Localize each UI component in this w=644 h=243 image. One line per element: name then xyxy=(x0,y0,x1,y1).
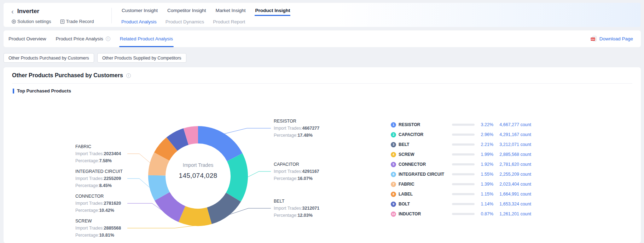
donut-chart: Import Trades 145,074,028 RESISTORImport… xyxy=(4,95,641,243)
toolbar-tabs: Product OverviewProduct Price AnalysisiR… xyxy=(8,30,173,47)
donut-center: Import Trades 145,074,028 xyxy=(164,162,232,180)
callout-import-trades: Import Trades:2885568 xyxy=(75,225,121,232)
section-accent-bar xyxy=(13,89,14,94)
rank-row-screw[interactable]: 4SCREW1.99%2,885,568 count xyxy=(391,149,531,159)
header-link-solution-settings[interactable]: Solution settings xyxy=(11,19,51,24)
donut-segment-screw[interactable] xyxy=(182,214,209,217)
rank-row-label[interactable]: 8LABEL1.15%1,664,991 count xyxy=(391,189,531,199)
pdf-icon: PDF xyxy=(590,36,597,42)
target-icon xyxy=(11,19,16,24)
callout-percentage: Percentage:17.48% xyxy=(274,132,319,139)
info-icon[interactable]: i xyxy=(126,73,131,78)
rank-count-value: 1,664,991 count xyxy=(493,192,531,197)
callout-product-name: SCREW xyxy=(75,217,121,225)
rank-row-belt[interactable]: 3BELT2.21%3,212,071 count xyxy=(391,140,531,149)
rank-badge: 9 xyxy=(391,202,396,207)
donut-segment-bolt[interactable] xyxy=(172,137,186,144)
callout-product-name: BELT xyxy=(274,198,319,205)
rank-progress-bar xyxy=(452,134,475,136)
tab-market-insight[interactable]: Market Insight xyxy=(215,3,246,16)
section-title: Top Purchased Products xyxy=(17,88,71,94)
ranked-product-list: 1RESISTOR3.22%4,667,277 count2CAPACITOR2… xyxy=(391,120,531,219)
donut-segment-resistor[interactable] xyxy=(198,135,235,157)
donut-segment-belt[interactable] xyxy=(209,197,233,216)
donut-center-label: Import Trades xyxy=(164,162,232,168)
rank-product-name: SCREW xyxy=(399,152,452,157)
callout-fabric: FABRICImport Trades:2023404Percentage:7.… xyxy=(75,143,121,164)
donut-segment-inductor[interactable] xyxy=(186,135,198,137)
tab-customer-insight[interactable]: Customer Insight xyxy=(121,3,158,16)
subtab-product-report[interactable]: Product Report xyxy=(213,19,245,24)
back-icon[interactable]: ‹ xyxy=(11,7,14,15)
rank-badge: 8 xyxy=(391,192,396,197)
callout-product-name: FABRIC xyxy=(75,143,121,150)
toolbar-tab-related-product-analysis[interactable]: Related Product Analysis xyxy=(120,30,173,47)
filter-button-other-products-supplied-by-competitors[interactable]: Other Products Supplied by Competitors xyxy=(97,53,186,63)
insight-tabs: Customer InsightCompetitor InsightMarket… xyxy=(121,3,290,16)
tab-product-insight[interactable]: Product Insight xyxy=(255,3,290,16)
callout-percentage: Percentage:10.81% xyxy=(75,232,121,239)
rank-badge: 3 xyxy=(391,142,396,147)
page: ‹ Inverter Solution settingsTrade Record… xyxy=(0,0,644,243)
rank-product-name: INTEGRATED CIRCUIT xyxy=(399,172,452,177)
rank-share-percent: 1.92% xyxy=(475,162,493,167)
rank-row-resistor[interactable]: 1RESISTOR3.22%4,667,277 count xyxy=(391,120,531,130)
rank-count-value: 3,212,071 count xyxy=(493,142,531,147)
rank-badge: 1 xyxy=(391,122,396,128)
rank-badge: 5 xyxy=(391,162,396,167)
callout-product-name: RESISTOR xyxy=(274,118,319,125)
donut-segment-fabric[interactable] xyxy=(157,157,162,175)
callout-import-trades: Import Trades:2023404 xyxy=(75,150,121,157)
rank-row-fabric[interactable]: 7FABRIC1.39%2,023,404 count xyxy=(391,179,531,189)
rank-progress-bar xyxy=(452,153,475,156)
panel-title: Other Products Purchased by Customers xyxy=(12,72,123,79)
subtab-product-dynamics[interactable]: Product Dynamics xyxy=(166,19,204,24)
rank-product-name: INDUCTOR xyxy=(399,211,452,216)
donut-segment-integrated-circuit[interactable] xyxy=(157,175,162,196)
leader-line-capacitor xyxy=(248,171,271,177)
tab-competitor-insight[interactable]: Competitor Insight xyxy=(167,3,207,16)
toolbar-tab-product-overview[interactable]: Product Overview xyxy=(8,30,46,47)
rank-row-capacitor[interactable]: 2CAPACITOR2.96%4,291,167 count xyxy=(391,130,531,140)
callout-product-name: CAPACITOR xyxy=(274,161,319,168)
header-link-label: Solution settings xyxy=(17,19,51,24)
callout-connector: CONNECTORImport Trades:2781620Percentage… xyxy=(75,193,121,214)
callout-percentage: Percentage:10.42% xyxy=(75,207,121,214)
rank-badge: 4 xyxy=(391,152,396,157)
toolbar-tab-product-price-analysis[interactable]: Product Price Analysisi xyxy=(56,30,110,47)
callout-percentage: Percentage:7.58% xyxy=(75,157,121,164)
donut-segment-label[interactable] xyxy=(162,144,172,157)
rank-count-value: 2,781,620 count xyxy=(493,162,531,167)
rank-row-inductor[interactable]: 10INDUCTOR0.87%1,261,201 count xyxy=(391,209,531,219)
rank-count-value: 2,023,404 count xyxy=(493,182,531,187)
rank-count-value: 4,667,277 count xyxy=(493,122,531,127)
rank-product-name: FABRIC xyxy=(399,182,452,187)
main-panel: Other Products Purchased by Customers i … xyxy=(4,67,641,243)
rank-row-connector[interactable]: 5CONNECTOR1.92%2,781,620 count xyxy=(391,159,531,169)
rank-count-value: 4,291,167 count xyxy=(493,132,531,137)
rank-product-name: LABEL xyxy=(399,192,452,197)
rank-row-bolt[interactable]: 9BOLT1.14%1,653,324 count xyxy=(391,199,531,209)
toolbar-tab-label: Product Overview xyxy=(8,36,46,41)
callout-import-trades: Import Trades:2781620 xyxy=(75,200,121,207)
filter-button-other-products-purchased-by-customers[interactable]: Other Products Purchased by Customers xyxy=(4,53,94,63)
rank-row-integrated-circuit[interactable]: 6INTEGRATED CIRCUIT1.55%2,255,209 count xyxy=(391,169,531,179)
panel-divider xyxy=(12,83,632,84)
rank-count-value: 1,653,324 count xyxy=(493,202,531,207)
donut-segment-connector[interactable] xyxy=(162,196,182,214)
toolbar-tab-label: Related Product Analysis xyxy=(120,36,173,41)
rank-badge: 10 xyxy=(391,211,396,217)
header-link-trade-record[interactable]: Trade Record xyxy=(60,19,94,24)
callout-percentage: Percentage:8.45% xyxy=(75,182,123,189)
subtab-product-analysis[interactable]: Product Analysis xyxy=(121,19,157,24)
info-icon[interactable]: i xyxy=(106,36,110,41)
callout-belt: BELTImport Trades:3212071Percentage:12.0… xyxy=(274,198,319,219)
toolbar-tab-label: Product Price Analysis xyxy=(56,36,103,41)
rank-count-value: 1,261,201 count xyxy=(493,211,531,216)
rank-share-percent: 0.87% xyxy=(475,211,493,216)
rank-progress-bar xyxy=(452,143,475,146)
download-page-link[interactable]: PDF Download Page xyxy=(590,30,633,47)
rank-share-percent: 3.22% xyxy=(475,122,493,127)
donut-segment-capacitor[interactable] xyxy=(233,157,239,197)
rank-share-percent: 1.99% xyxy=(475,152,493,157)
